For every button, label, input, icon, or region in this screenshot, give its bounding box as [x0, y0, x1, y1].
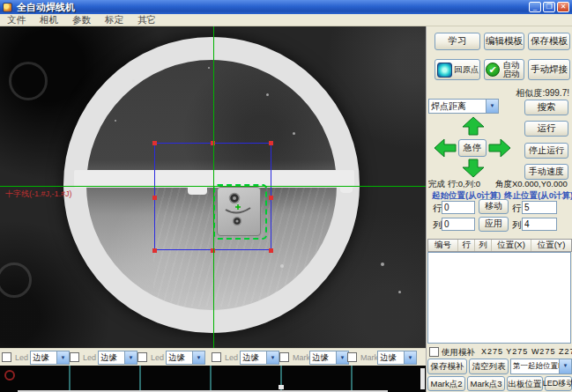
- clear-list-button[interactable]: 清空列表: [469, 359, 509, 374]
- use-compensation-checkbox[interactable]: [429, 347, 439, 357]
- strip-divider: [139, 366, 141, 392]
- strip-divider: [210, 366, 212, 392]
- roi-handle[interactable]: [269, 248, 273, 253]
- mark-point3-button[interactable]: Mark点3: [467, 376, 505, 391]
- mode-select[interactable]: 焊点距离 ▼: [428, 99, 499, 114]
- jog-right-arrow-icon[interactable]: [488, 138, 511, 158]
- led-move-button[interactable]: LED移动: [545, 376, 572, 391]
- speck: [266, 93, 269, 96]
- led-e-mode-select[interactable]: 边缘 ▼: [240, 351, 279, 365]
- menu-parameters[interactable]: 参数: [65, 14, 98, 26]
- speck: [132, 79, 135, 82]
- mark-b-mode-value: 边缘: [378, 352, 404, 364]
- roi-handle[interactable]: [269, 196, 273, 200]
- jog-down-arrow-icon[interactable]: [462, 159, 485, 178]
- start-col-input[interactable]: [442, 218, 475, 231]
- chevron-down-icon[interactable]: ▼: [266, 351, 279, 364]
- menu-file[interactable]: 文件: [0, 14, 33, 26]
- title-bar: 全自动焊线机 _ ❐ ✕: [0, 0, 572, 14]
- jog-up-arrow-icon[interactable]: [462, 116, 485, 136]
- mode-select-value: 焊点距离: [429, 100, 486, 113]
- run-button[interactable]: 运行: [524, 121, 568, 137]
- led-c-checkbox[interactable]: [70, 352, 79, 362]
- menu-other[interactable]: 其它: [130, 14, 163, 26]
- record-indicator-icon: [4, 370, 15, 381]
- menu-calibration[interactable]: 标定: [98, 14, 130, 26]
- close-button-icon[interactable]: ✕: [557, 2, 569, 12]
- edit-template-button[interactable]: 编辑模板: [484, 33, 524, 50]
- crosshair-coordinates: 十字线(-1.#J,-1.#J): [5, 189, 72, 200]
- camera-view[interactable]: 十字线(-1.#J,-1.#J): [0, 26, 426, 348]
- col-header-id[interactable]: 编号: [428, 240, 458, 251]
- chevron-down-icon[interactable]: ▼: [486, 100, 498, 113]
- end-col-input[interactable]: [522, 218, 557, 231]
- stop-run-button[interactable]: 停止运行: [524, 143, 568, 159]
- speck: [398, 291, 401, 293]
- emergency-stop-button[interactable]: 急停: [458, 139, 487, 157]
- led-c-mode-value: 边缘: [99, 352, 124, 364]
- led-c-mode-select[interactable]: 边缘 ▼: [98, 351, 137, 365]
- led-b-mode-select[interactable]: 边缘 ▼: [30, 351, 70, 365]
- col-header-posy[interactable]: 位置(Y): [531, 240, 571, 251]
- end-col-label: 列: [512, 219, 522, 232]
- led-d-mode-select[interactable]: 边缘 ▼: [166, 351, 205, 365]
- minimize-button-icon[interactable]: _: [529, 2, 541, 12]
- search-button[interactable]: 搜索: [524, 100, 568, 115]
- jog-left-arrow-icon[interactable]: [434, 138, 457, 158]
- manual-speed-button[interactable]: 手动速度: [524, 164, 568, 180]
- chevron-down-icon[interactable]: ▼: [56, 351, 69, 364]
- move-button[interactable]: 移动: [479, 199, 509, 214]
- mark-point2-button[interactable]: Mark点2: [427, 376, 465, 391]
- apply-button[interactable]: 应用: [479, 217, 509, 232]
- speck: [208, 67, 210, 69]
- lens-artifact: [0, 263, 32, 298]
- auto-start-button[interactable]: ✔ 自动启动: [484, 59, 524, 80]
- end-row-input[interactable]: [522, 201, 557, 214]
- mark-a-mode-value: 边缘: [310, 352, 336, 364]
- save-template-button[interactable]: 保存模板: [528, 33, 570, 50]
- speck: [381, 263, 384, 266]
- slot-notch: [340, 188, 353, 193]
- save-compensation-button[interactable]: 保存模补: [427, 359, 467, 374]
- strip-scroll-handle[interactable]: [420, 368, 425, 389]
- speck: [293, 132, 295, 135]
- col-header-row[interactable]: 行: [458, 240, 475, 251]
- auto-start-label: 自动启动: [501, 61, 521, 78]
- led-d-checkbox[interactable]: [137, 352, 147, 362]
- led-start-position-select[interactable]: 第一起始位置LED ▼: [510, 359, 572, 374]
- manual-weld-button[interactable]: 手动焊接: [528, 59, 570, 80]
- restore-button-icon[interactable]: ❐: [543, 2, 555, 12]
- start-row-input[interactable]: [442, 201, 475, 214]
- strip-divider: [69, 366, 71, 392]
- chevron-down-icon[interactable]: ▼: [192, 351, 204, 364]
- col-header-posx[interactable]: 位置(X): [492, 240, 531, 251]
- led-b-checkbox[interactable]: [2, 352, 11, 362]
- mark-b-mode-select[interactable]: 边缘 ▼: [377, 351, 417, 365]
- roi-handle[interactable]: [152, 196, 157, 200]
- roi-handle[interactable]: [152, 248, 157, 253]
- learn-button[interactable]: 学习: [435, 33, 480, 50]
- menu-camera[interactable]: 相机: [33, 14, 65, 26]
- chevron-down-icon[interactable]: ▼: [404, 351, 416, 364]
- mark-b-checkbox[interactable]: [347, 352, 357, 362]
- preview-strip: [0, 366, 426, 392]
- mark-a-mode-select[interactable]: 边缘 ▼: [309, 351, 349, 365]
- roi-handle[interactable]: [269, 141, 273, 145]
- board-out-position-button[interactable]: 出板位置: [507, 376, 543, 391]
- end-row-label: 行: [512, 203, 522, 215]
- chevron-down-icon[interactable]: ▼: [124, 351, 137, 364]
- similarity-readout: 相似度:999.7!: [478, 87, 569, 100]
- mark-a-checkbox[interactable]: [279, 352, 289, 362]
- led-e-checkbox[interactable]: [212, 352, 221, 362]
- control-panel: 学习 编辑模板 保存模板 回原点 ✔ 自动启动 手动焊接 相似度:999.7! …: [426, 26, 572, 392]
- roi-handle[interactable]: [152, 141, 157, 145]
- menu-bar: 文件 相机 参数 标定 其它: [0, 14, 572, 26]
- led-d-mode-value: 边缘: [167, 352, 192, 364]
- home-button[interactable]: 回原点: [435, 59, 480, 80]
- chevron-down-icon[interactable]: ▼: [336, 351, 348, 364]
- col-header-col[interactable]: 列: [475, 240, 492, 251]
- results-list[interactable]: [427, 252, 571, 344]
- chevron-down-icon[interactable]: ▼: [559, 359, 571, 374]
- window-title: 全自动焊线机: [17, 1, 75, 14]
- speck: [280, 264, 284, 268]
